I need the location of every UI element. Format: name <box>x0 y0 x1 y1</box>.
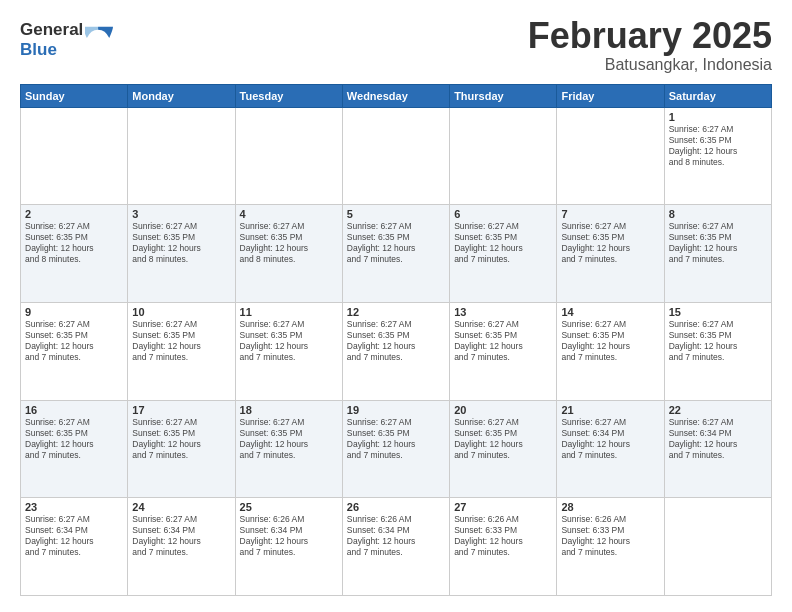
day-number: 21 <box>561 404 659 416</box>
day-number: 16 <box>25 404 123 416</box>
calendar-title: February 2025 <box>528 16 772 56</box>
calendar-cell: 21Sunrise: 6:27 AM Sunset: 6:34 PM Dayli… <box>557 400 664 498</box>
day-number: 2 <box>25 208 123 220</box>
calendar-cell: 16Sunrise: 6:27 AM Sunset: 6:35 PM Dayli… <box>21 400 128 498</box>
calendar-cell: 17Sunrise: 6:27 AM Sunset: 6:35 PM Dayli… <box>128 400 235 498</box>
calendar-cell: 13Sunrise: 6:27 AM Sunset: 6:35 PM Dayli… <box>450 302 557 400</box>
day-number: 18 <box>240 404 338 416</box>
calendar-cell: 4Sunrise: 6:27 AM Sunset: 6:35 PM Daylig… <box>235 205 342 303</box>
day-info: Sunrise: 6:27 AM Sunset: 6:35 PM Dayligh… <box>240 417 338 461</box>
logo-text: General Blue <box>20 20 83 59</box>
day-info: Sunrise: 6:27 AM Sunset: 6:35 PM Dayligh… <box>25 319 123 363</box>
day-info: Sunrise: 6:27 AM Sunset: 6:34 PM Dayligh… <box>561 417 659 461</box>
day-info: Sunrise: 6:27 AM Sunset: 6:35 PM Dayligh… <box>347 319 445 363</box>
calendar-cell <box>342 107 449 205</box>
day-info: Sunrise: 6:27 AM Sunset: 6:34 PM Dayligh… <box>669 417 767 461</box>
day-info: Sunrise: 6:27 AM Sunset: 6:35 PM Dayligh… <box>561 221 659 265</box>
day-info: Sunrise: 6:27 AM Sunset: 6:35 PM Dayligh… <box>669 124 767 168</box>
day-info: Sunrise: 6:27 AM Sunset: 6:35 PM Dayligh… <box>240 221 338 265</box>
day-info: Sunrise: 6:27 AM Sunset: 6:35 PM Dayligh… <box>454 221 552 265</box>
day-number: 11 <box>240 306 338 318</box>
calendar-cell: 15Sunrise: 6:27 AM Sunset: 6:35 PM Dayli… <box>664 302 771 400</box>
calendar-cell: 22Sunrise: 6:27 AM Sunset: 6:34 PM Dayli… <box>664 400 771 498</box>
day-info: Sunrise: 6:27 AM Sunset: 6:35 PM Dayligh… <box>669 319 767 363</box>
calendar-cell: 3Sunrise: 6:27 AM Sunset: 6:35 PM Daylig… <box>128 205 235 303</box>
day-info: Sunrise: 6:27 AM Sunset: 6:35 PM Dayligh… <box>561 319 659 363</box>
calendar-cell: 5Sunrise: 6:27 AM Sunset: 6:35 PM Daylig… <box>342 205 449 303</box>
day-info: Sunrise: 6:27 AM Sunset: 6:35 PM Dayligh… <box>25 417 123 461</box>
col-header-thursday: Thursday <box>450 84 557 107</box>
calendar-cell <box>235 107 342 205</box>
day-info: Sunrise: 6:27 AM Sunset: 6:35 PM Dayligh… <box>132 221 230 265</box>
calendar-cell: 28Sunrise: 6:26 AM Sunset: 6:33 PM Dayli… <box>557 498 664 596</box>
col-header-friday: Friday <box>557 84 664 107</box>
calendar-cell <box>450 107 557 205</box>
calendar-cell <box>128 107 235 205</box>
calendar-cell: 7Sunrise: 6:27 AM Sunset: 6:35 PM Daylig… <box>557 205 664 303</box>
day-number: 27 <box>454 501 552 513</box>
day-number: 19 <box>347 404 445 416</box>
calendar-cell: 26Sunrise: 6:26 AM Sunset: 6:34 PM Dayli… <box>342 498 449 596</box>
col-header-sunday: Sunday <box>21 84 128 107</box>
day-number: 13 <box>454 306 552 318</box>
day-number: 25 <box>240 501 338 513</box>
day-info: Sunrise: 6:27 AM Sunset: 6:35 PM Dayligh… <box>454 319 552 363</box>
calendar-cell: 19Sunrise: 6:27 AM Sunset: 6:35 PM Dayli… <box>342 400 449 498</box>
day-number: 14 <box>561 306 659 318</box>
day-number: 17 <box>132 404 230 416</box>
day-number: 20 <box>454 404 552 416</box>
calendar-week-4: 16Sunrise: 6:27 AM Sunset: 6:35 PM Dayli… <box>21 400 772 498</box>
day-number: 24 <box>132 501 230 513</box>
day-info: Sunrise: 6:27 AM Sunset: 6:35 PM Dayligh… <box>132 319 230 363</box>
col-header-monday: Monday <box>128 84 235 107</box>
calendar-table: SundayMondayTuesdayWednesdayThursdayFrid… <box>20 84 772 596</box>
day-number: 5 <box>347 208 445 220</box>
day-number: 15 <box>669 306 767 318</box>
calendar-cell: 23Sunrise: 6:27 AM Sunset: 6:34 PM Dayli… <box>21 498 128 596</box>
calendar-cell: 8Sunrise: 6:27 AM Sunset: 6:35 PM Daylig… <box>664 205 771 303</box>
calendar-cell <box>21 107 128 205</box>
calendar-cell: 18Sunrise: 6:27 AM Sunset: 6:35 PM Dayli… <box>235 400 342 498</box>
calendar-week-1: 1Sunrise: 6:27 AM Sunset: 6:35 PM Daylig… <box>21 107 772 205</box>
calendar-header-row: SundayMondayTuesdayWednesdayThursdayFrid… <box>21 84 772 107</box>
page: General Blue February 2025 Batusangkar, … <box>0 0 792 612</box>
day-info: Sunrise: 6:27 AM Sunset: 6:35 PM Dayligh… <box>347 221 445 265</box>
day-number: 22 <box>669 404 767 416</box>
day-info: Sunrise: 6:27 AM Sunset: 6:35 PM Dayligh… <box>25 221 123 265</box>
day-number: 3 <box>132 208 230 220</box>
day-number: 8 <box>669 208 767 220</box>
day-number: 26 <box>347 501 445 513</box>
day-info: Sunrise: 6:26 AM Sunset: 6:33 PM Dayligh… <box>561 514 659 558</box>
logo-general: General <box>20 20 83 40</box>
calendar-cell: 6Sunrise: 6:27 AM Sunset: 6:35 PM Daylig… <box>450 205 557 303</box>
col-header-wednesday: Wednesday <box>342 84 449 107</box>
col-header-saturday: Saturday <box>664 84 771 107</box>
calendar-cell: 9Sunrise: 6:27 AM Sunset: 6:35 PM Daylig… <box>21 302 128 400</box>
col-header-tuesday: Tuesday <box>235 84 342 107</box>
calendar-cell: 10Sunrise: 6:27 AM Sunset: 6:35 PM Dayli… <box>128 302 235 400</box>
calendar-cell: 27Sunrise: 6:26 AM Sunset: 6:33 PM Dayli… <box>450 498 557 596</box>
day-info: Sunrise: 6:27 AM Sunset: 6:35 PM Dayligh… <box>347 417 445 461</box>
calendar-week-5: 23Sunrise: 6:27 AM Sunset: 6:34 PM Dayli… <box>21 498 772 596</box>
title-block: February 2025 Batusangkar, Indonesia <box>528 16 772 74</box>
day-number: 23 <box>25 501 123 513</box>
day-info: Sunrise: 6:27 AM Sunset: 6:35 PM Dayligh… <box>669 221 767 265</box>
day-number: 12 <box>347 306 445 318</box>
logo: General Blue <box>20 20 113 59</box>
day-number: 1 <box>669 111 767 123</box>
calendar-week-3: 9Sunrise: 6:27 AM Sunset: 6:35 PM Daylig… <box>21 302 772 400</box>
day-number: 4 <box>240 208 338 220</box>
calendar-cell: 1Sunrise: 6:27 AM Sunset: 6:35 PM Daylig… <box>664 107 771 205</box>
day-info: Sunrise: 6:26 AM Sunset: 6:33 PM Dayligh… <box>454 514 552 558</box>
day-info: Sunrise: 6:27 AM Sunset: 6:35 PM Dayligh… <box>132 417 230 461</box>
day-number: 28 <box>561 501 659 513</box>
day-info: Sunrise: 6:27 AM Sunset: 6:35 PM Dayligh… <box>454 417 552 461</box>
calendar-cell: 14Sunrise: 6:27 AM Sunset: 6:35 PM Dayli… <box>557 302 664 400</box>
svg-marker-0 <box>89 32 110 45</box>
logo-icon <box>85 25 113 53</box>
day-info: Sunrise: 6:27 AM Sunset: 6:34 PM Dayligh… <box>25 514 123 558</box>
day-info: Sunrise: 6:27 AM Sunset: 6:34 PM Dayligh… <box>132 514 230 558</box>
header: General Blue February 2025 Batusangkar, … <box>20 16 772 74</box>
calendar-week-2: 2Sunrise: 6:27 AM Sunset: 6:35 PM Daylig… <box>21 205 772 303</box>
day-info: Sunrise: 6:26 AM Sunset: 6:34 PM Dayligh… <box>347 514 445 558</box>
